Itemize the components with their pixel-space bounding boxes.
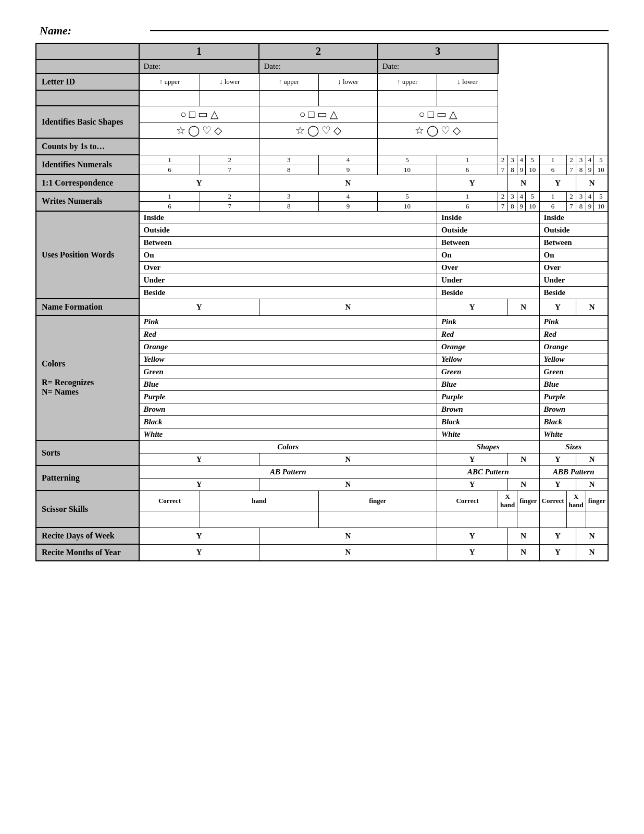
pos-1-outside: Outside <box>139 224 437 236</box>
months-1-n: N <box>259 544 437 561</box>
pos-2-on: On <box>437 249 539 261</box>
sci-2-xhand: X hand <box>498 490 517 511</box>
w1-7: 2 <box>498 191 508 201</box>
days-3-y: Y <box>539 528 576 544</box>
color-3-green: Green <box>539 365 608 378</box>
pos-3-on: On <box>539 249 608 261</box>
lid-1b <box>200 90 259 106</box>
col2-header: 2 <box>259 43 377 59</box>
numerals-header-row: Identifies Numerals 1 2 3 4 5 1 2 3 4 5 … <box>36 155 608 165</box>
color-3-red: Red <box>539 328 608 340</box>
shapes-2-row2: ☆ ◯ ♡ ◇ <box>259 122 377 138</box>
color-pink-row: ColorsR= RecognizesN= Names Pink Pink Pi… <box>36 315 608 328</box>
w2-13: 8 <box>576 201 586 211</box>
months-2-y: Y <box>437 544 507 561</box>
sci-1-correct: Correct <box>139 490 200 511</box>
nf-2-y: Y <box>437 299 507 315</box>
days-1-n: N <box>259 528 437 544</box>
patterning-header-row: Patterning AB Pattern ABC Pattern ABB Pa… <box>36 465 608 478</box>
n2-7: 7 <box>498 165 508 175</box>
sci-d2-1 <box>437 511 498 528</box>
sci-d1-2 <box>200 511 318 528</box>
sorts-1-y: Y <box>139 453 259 465</box>
sorts-3-n: N <box>576 453 608 465</box>
name-label: Name: <box>35 21 150 41</box>
color-2-green: Green <box>437 365 539 378</box>
counts-2 <box>259 138 377 155</box>
n2-5: 10 <box>378 165 437 175</box>
color-3-orange: Orange <box>539 340 608 353</box>
pat-1-y: Y <box>139 478 259 490</box>
w1-11: 1 <box>539 191 566 201</box>
letter-id-row <box>36 90 608 106</box>
correspondence-row: 1:1 Correspondence Y N Y N Y N <box>36 175 608 191</box>
pattern-ab: AB Pattern <box>139 465 437 478</box>
n2-14: 9 <box>586 165 594 175</box>
w2-11: 6 <box>539 201 566 211</box>
months-label: Recite Months of Year <box>36 544 139 561</box>
pos-1-over: Over <box>139 261 437 274</box>
letter-id-empty <box>36 90 139 106</box>
n1-15: 5 <box>594 155 608 165</box>
assessment-table: 1 2 3 Date: Date: Date: Letter ID ↑ uppe… <box>35 43 609 561</box>
color-2-purple: Purple <box>437 390 539 403</box>
pos-3-beside: Beside <box>539 286 608 299</box>
color-3-brown: Brown <box>539 403 608 415</box>
date-row: Date: Date: Date: <box>36 59 608 73</box>
name-formation-row: Name Formation Y N Y N Y N <box>36 299 608 315</box>
n1-3: 3 <box>259 155 318 165</box>
assessment-page: Name: 1 2 3 Date: Date: <box>35 21 609 561</box>
colors-label: ColorsR= RecognizesN= Names <box>36 315 139 440</box>
sci-1-finger: finger <box>318 490 437 511</box>
pos-3-over: Over <box>539 261 608 274</box>
pos-1-inside: Inside <box>139 211 437 224</box>
ul-3-upper: ↑ upper <box>378 73 437 90</box>
sci-2-finger: finger <box>517 490 539 511</box>
n1-13: 3 <box>576 155 586 165</box>
n1-9: 4 <box>517 155 526 165</box>
pos-2-under: Under <box>437 274 539 286</box>
w2-8: 8 <box>507 201 517 211</box>
w2-14: 9 <box>586 201 594 211</box>
n1-4: 4 <box>318 155 378 165</box>
shapes-label: Identifies Basic Shapes <box>36 106 139 138</box>
shapes-3-row2: ☆ ◯ ♡ ◇ <box>378 122 498 138</box>
pos-2-outside: Outside <box>437 224 539 236</box>
w2-9: 9 <box>517 201 526 211</box>
color-1-purple: Purple <box>139 390 437 403</box>
sorts-label: Sorts <box>36 440 139 465</box>
color-3-white: White <box>539 428 608 440</box>
lid-3a <box>378 90 437 106</box>
ul-1-upper: ↑ upper <box>139 73 200 90</box>
shapes-row1: Identifies Basic Shapes ○ □ ▭ △ ○ □ ▭ △ … <box>36 106 608 122</box>
w2-15: 10 <box>594 201 608 211</box>
n2-2: 7 <box>200 165 259 175</box>
color-3-blue: Blue <box>539 378 608 390</box>
w1-6: 1 <box>437 191 498 201</box>
color-2-pink: Pink <box>437 315 539 328</box>
pos-1-beside: Beside <box>139 286 437 299</box>
pos-1-under: Under <box>139 274 437 286</box>
days-label: Recite Days of Week <box>36 528 139 544</box>
nf-3-n: N <box>576 299 608 315</box>
name-formation-label: Name Formation <box>36 299 139 315</box>
n1-5: 5 <box>378 155 437 165</box>
pat-3-n: N <box>576 478 608 490</box>
n1-6: 1 <box>437 155 498 165</box>
patterning-label: Patterning <box>36 465 139 490</box>
w1-10: 5 <box>526 191 540 201</box>
w1-13: 3 <box>576 191 586 201</box>
n2-13: 8 <box>576 165 586 175</box>
corr-1-y: Y <box>139 175 259 191</box>
n2-6: 6 <box>437 165 498 175</box>
name-line <box>150 30 609 31</box>
lid-2b <box>318 90 378 106</box>
writes-label: Writes Numerals <box>36 191 139 211</box>
nf-1-y: Y <box>139 299 259 315</box>
date1: Date: <box>139 59 259 73</box>
w1-8: 3 <box>507 191 517 201</box>
writes-row1: Writes Numerals 1 2 3 4 5 1 2 3 4 5 1 2 … <box>36 191 608 201</box>
w2-7: 7 <box>498 201 508 211</box>
w2-6: 6 <box>437 201 498 211</box>
pos-inside-row: Uses Position Words Inside Inside Inside <box>36 211 608 224</box>
